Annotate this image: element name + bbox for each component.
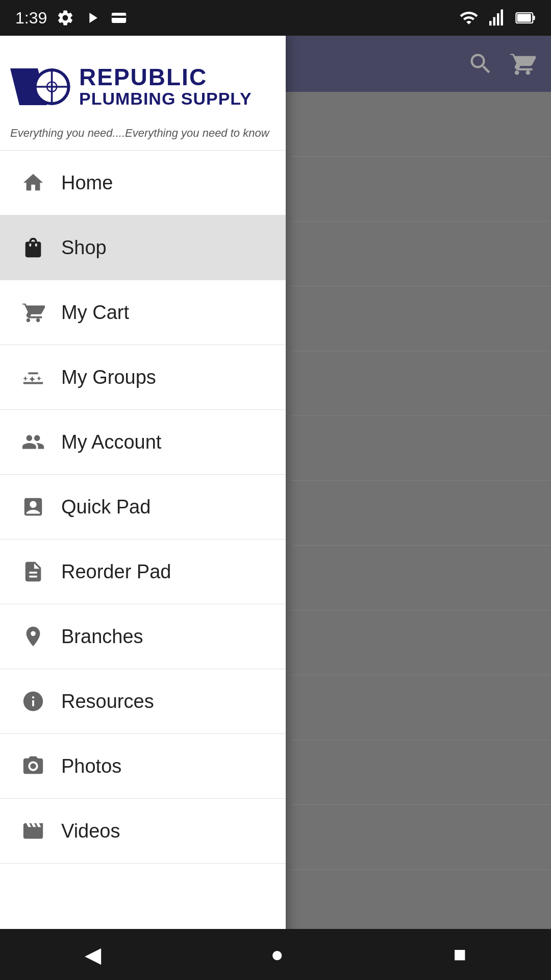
settings-icon — [56, 9, 74, 27]
sidebar-item-videos[interactable]: Videos — [0, 799, 286, 864]
sidebar-item-label-my-account: My Account — [61, 431, 161, 453]
bottom-navigation-bar: ◀ ● ■ — [0, 929, 551, 980]
svg-rect-1 — [112, 16, 126, 18]
back-button[interactable]: ◀ — [85, 942, 101, 967]
navigation-drawer: REPUBLIC PLUMBING SUPPLY Everything you … — [0, 36, 286, 980]
sidebar-item-label-branches: Branches — [61, 626, 143, 648]
camera-icon — [15, 754, 51, 778]
shop-icon — [15, 236, 51, 259]
location-icon — [15, 625, 51, 648]
account-icon — [15, 430, 51, 454]
home-icon — [15, 171, 51, 194]
nav-list: Home Shop My Cart — [0, 151, 286, 980]
sidebar-item-label-my-cart: My Cart — [61, 302, 129, 324]
brand-subtitle: PLUMBING SUPPLY — [79, 89, 252, 109]
sidebar-item-label-reorder-pad: Reorder Pad — [61, 561, 171, 583]
svg-rect-7 — [533, 16, 535, 20]
sidebar-item-label-quick-pad: Quick Pad — [61, 496, 151, 518]
signal-icon — [488, 9, 506, 27]
quickpad-icon — [15, 495, 51, 519]
sidebar-item-branches[interactable]: Branches — [0, 604, 286, 669]
wifi-icon — [459, 8, 479, 28]
home-button[interactable]: ● — [271, 942, 284, 967]
sidebar-item-shop[interactable]: Shop — [0, 215, 286, 280]
play-icon — [84, 9, 101, 27]
status-right — [459, 8, 536, 28]
time-display: 1:39 — [15, 9, 47, 28]
sidebar-item-label-home: Home — [61, 172, 113, 194]
svg-rect-8 — [517, 14, 531, 22]
drawer-overlay[interactable] — [286, 36, 551, 980]
svg-rect-5 — [501, 10, 504, 26]
brand-tagline: Everything you need....Everything you ne… — [10, 127, 270, 140]
sidebar-item-my-account[interactable]: My Account — [0, 410, 286, 475]
brand-logo-icon — [10, 56, 71, 117]
sidebar-item-label-videos: Videos — [61, 820, 120, 842]
brand-title: REPUBLIC — [79, 65, 252, 89]
film-icon — [15, 819, 51, 843]
sidebar-item-label-my-groups: My Groups — [61, 366, 156, 388]
cart-icon — [15, 301, 51, 324]
status-bar: 1:39 — [0, 0, 551, 36]
reorder-icon — [15, 560, 51, 583]
recents-button[interactable]: ■ — [453, 942, 466, 967]
brand-name: REPUBLIC PLUMBING SUPPLY — [79, 65, 252, 109]
battery-icon — [515, 9, 536, 27]
svg-rect-4 — [497, 13, 499, 26]
groups-icon — [15, 365, 51, 389]
sidebar-item-my-cart[interactable]: My Cart — [0, 280, 286, 345]
card-icon — [110, 9, 128, 27]
sidebar-item-quick-pad[interactable]: Quick Pad — [0, 475, 286, 540]
drawer-logo-section: REPUBLIC PLUMBING SUPPLY Everything you … — [0, 36, 286, 151]
sidebar-item-photos[interactable]: Photos — [0, 734, 286, 799]
logo-container: REPUBLIC PLUMBING SUPPLY — [10, 56, 270, 117]
svg-rect-3 — [493, 17, 496, 26]
sidebar-item-label-photos: Photos — [61, 755, 121, 777]
sidebar-item-my-groups[interactable]: My Groups — [0, 345, 286, 410]
sidebar-item-label-shop: Shop — [61, 237, 107, 259]
sidebar-item-label-resources: Resources — [61, 691, 154, 713]
status-left: 1:39 — [15, 9, 128, 28]
svg-rect-2 — [489, 21, 492, 26]
svg-point-15 — [30, 763, 36, 769]
info-icon — [15, 690, 51, 713]
sidebar-item-home[interactable]: Home — [0, 151, 286, 215]
sidebar-item-reorder-pad[interactable]: Reorder Pad — [0, 540, 286, 604]
sidebar-item-resources[interactable]: Resources — [0, 669, 286, 734]
